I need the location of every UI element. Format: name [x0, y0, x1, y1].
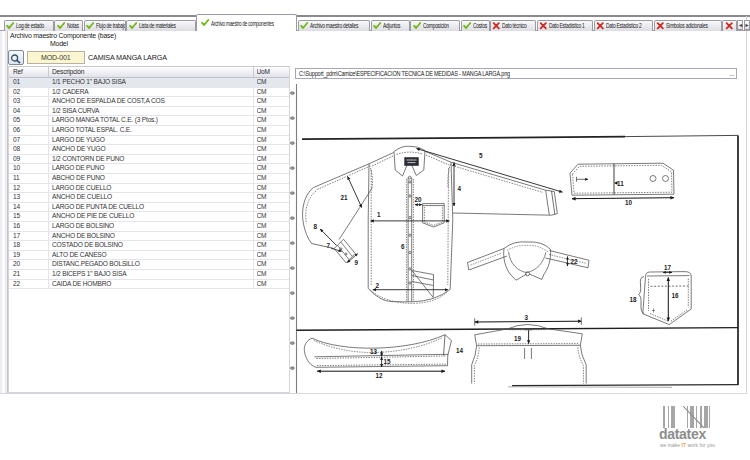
svg-text:17: 17 [664, 264, 672, 271]
svg-text:13: 13 [370, 348, 378, 355]
svg-text:11: 11 [617, 180, 624, 187]
svg-text:6: 6 [401, 243, 405, 250]
svg-text:19: 19 [514, 335, 522, 342]
svg-text:7: 7 [327, 242, 331, 249]
svg-text:3: 3 [525, 314, 529, 321]
svg-text:18: 18 [630, 296, 638, 303]
svg-text:2: 2 [376, 282, 380, 289]
svg-text:22: 22 [571, 258, 579, 265]
svg-text:9: 9 [355, 259, 359, 266]
svg-text:4: 4 [458, 185, 462, 192]
svg-text:14: 14 [456, 347, 464, 354]
svg-text:10: 10 [625, 199, 633, 206]
svg-text:12: 12 [376, 372, 384, 379]
svg-text:16: 16 [672, 292, 680, 299]
svg-text:1: 1 [377, 211, 381, 218]
svg-text:21: 21 [341, 194, 349, 201]
svg-text:5: 5 [479, 152, 483, 159]
svg-text:8: 8 [314, 223, 318, 230]
svg-text:20: 20 [415, 196, 423, 203]
svg-text:15: 15 [384, 358, 392, 365]
